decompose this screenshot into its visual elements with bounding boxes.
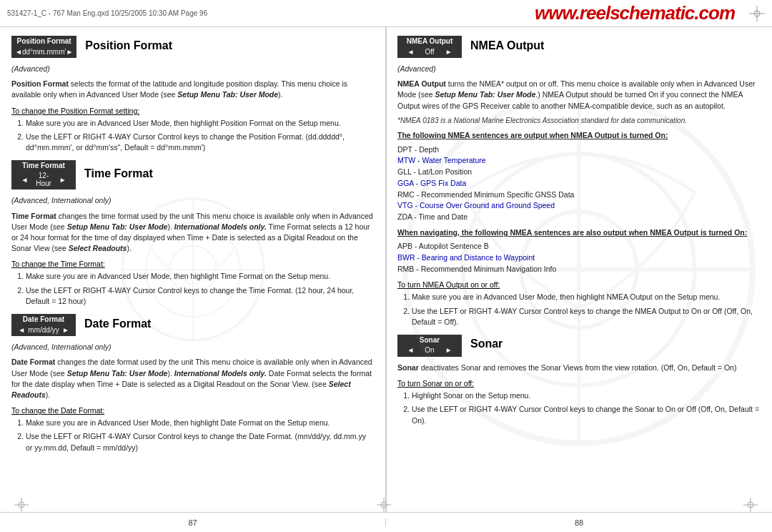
list-item: Make sure you are in Advanced User Mode,…: [26, 118, 374, 129]
sonar-section: Sonar ◄ On ► Sonar Sonar deactivates Son…: [397, 335, 761, 426]
crosshair-bottom-right: [743, 498, 758, 512]
nmea-output-desc: NMEA Output turns the NMEA* output on or…: [397, 79, 761, 112]
nmea-navigating-heading: When navigating, the following NMEA sent…: [397, 227, 761, 238]
sonar-value: On: [420, 346, 440, 354]
sonar-menu-box: Sonar ◄ On ► Sonar: [397, 335, 761, 357]
arrow-left-icon: ◄: [401, 48, 420, 56]
sonar-desc: Sonar deactivates Sonar and removes the …: [397, 363, 761, 373]
list-item: GGA - GPS Fix Data: [397, 178, 761, 189]
list-item: Use the LEFT or RIGHT 4-WAY Cursor Contr…: [26, 431, 374, 453]
sonar-widget: Sonar ◄ On ►: [397, 335, 462, 357]
nmea-output-widget-value[interactable]: ◄ Off ►: [398, 46, 461, 57]
arrow-left-icon: ◄: [401, 346, 420, 354]
arrow-right-icon: ►: [66, 48, 73, 56]
arrow-left-icon: ◄: [15, 326, 28, 334]
date-format-steps: Make sure you are in Advanced User Mode,…: [26, 418, 374, 453]
position-format-widget-value[interactable]: ◄ dd°mm.mmm' ►: [12, 46, 76, 57]
list-item: DPT - Depth: [397, 144, 761, 156]
list-item: BWR - Bearing and Distance to Waypoint: [397, 252, 761, 264]
nmea-output-widget: NMEA Output ◄ Off ►: [397, 36, 462, 58]
date-format-title: Date Format: [84, 317, 151, 330]
page-divider: [386, 27, 387, 512]
position-format-menu-box: Position Format ◄ dd°mm.mmm' ► Position …: [11, 36, 374, 58]
file-info: 531427-1_C - 767 Man Eng.qxd 10/25/2005 …: [7, 9, 535, 17]
right-page-number: 88: [386, 518, 772, 527]
position-format-value: dd°mm.mmm': [22, 48, 66, 56]
time-format-subtitle: (Advanced, International only): [11, 195, 374, 206]
time-format-menu-box: Time Format ◄ 12-Hour ► Time Format: [11, 160, 374, 189]
date-format-value: mm/dd/yy: [28, 326, 59, 334]
list-item: Highlight Sonar on the Setup menu.: [412, 390, 761, 401]
arrow-right-icon: ►: [439, 48, 458, 56]
nmea-steps: Make sure you are in Advanced User Mode,…: [412, 292, 761, 327]
nmea-on-heading: The following NMEA sentences are output …: [397, 130, 761, 141]
date-format-desc: Date Format changes the date format used…: [11, 357, 374, 400]
nmea-output-menu-box: NMEA Output ◄ Off ► NMEA Output: [397, 36, 761, 58]
list-item: VTG - Course Over Ground and Ground Spee…: [397, 200, 761, 212]
arrow-right-icon: ►: [59, 326, 72, 334]
list-item: Use the LEFT or RIGHT 4-WAY Cursor Contr…: [412, 306, 761, 327]
time-format-change-heading: To change the Time Format:: [11, 260, 374, 268]
time-format-title: Time Format: [84, 167, 153, 180]
nmea-change-heading: To turn NMEA Output on or off:: [397, 280, 761, 289]
arrow-right-icon: ►: [439, 346, 458, 354]
crosshair-bottom-center: [377, 498, 391, 512]
position-format-widget-title: Position Format: [12, 36, 76, 46]
arrow-left-icon: ◄: [15, 48, 22, 56]
right-page: NMEA Output ◄ Off ► NMEA Output (Advance…: [386, 27, 772, 512]
date-format-section: Date Format ◄ mm/dd/yy ► Date Format (Ad…: [11, 314, 374, 453]
crosshair-bottom-left: [14, 498, 29, 512]
list-item: Use the LEFT or RIGHT 4-WAY Cursor Contr…: [26, 132, 374, 153]
list-item: RMB - Recommended Minimum Navigation Inf…: [397, 264, 761, 275]
position-format-steps: Make sure you are in Advanced User Mode,…: [26, 118, 374, 154]
left-page: Position Format ◄ dd°mm.mmm' ► Position …: [0, 27, 386, 512]
time-format-value: 12-Hour: [34, 172, 54, 187]
sonar-widget-value[interactable]: ◄ On ►: [398, 345, 461, 356]
position-format-change-heading: To change the Position Format setting:: [11, 107, 374, 115]
nmea-output-value: Off: [420, 48, 440, 56]
site-logo: www.reelschematic.com: [535, 2, 735, 24]
time-format-desc: Time Format changes the time format used…: [11, 211, 374, 255]
list-item: MTW - Water Temperature: [397, 155, 761, 167]
sonar-change-heading: To turn Sonar on or off:: [397, 379, 761, 388]
nmea-output-title: NMEA Output: [470, 39, 544, 52]
nmea-output-section: NMEA Output ◄ Off ► NMEA Output (Advance…: [397, 36, 761, 327]
list-item: Make sure you are in Advanced User Mode,…: [26, 271, 374, 282]
date-format-widget: Date Format ◄ mm/dd/yy ►: [11, 314, 76, 336]
position-format-desc: Position Format selects the format of th…: [11, 79, 374, 100]
sonar-title: Sonar: [470, 338, 503, 350]
list-item: Make sure you are in Advanced User Mode,…: [26, 418, 374, 428]
sonar-widget-title: Sonar: [398, 335, 461, 345]
time-format-widget: Time Format ◄ 12-Hour ►: [11, 160, 76, 189]
position-format-title: Position Format: [85, 39, 172, 52]
nmea-output-subtitle: (Advanced): [397, 64, 761, 74]
nmea-output-widget-title: NMEA Output: [398, 36, 461, 46]
time-format-widget-title: Time Format: [12, 161, 75, 170]
date-format-subtitle: (Advanced, International only): [11, 342, 374, 353]
arrow-right-icon: ►: [53, 176, 72, 184]
time-format-steps: Make sure you are in Advanced User Mode,…: [26, 271, 374, 307]
crosshair-icon: [749, 6, 765, 21]
arrow-left-icon: ◄: [15, 176, 34, 184]
list-item: RMC - Recommended Minimum Specific GNSS …: [397, 189, 761, 201]
page-footer: 87 88: [0, 512, 772, 532]
page-header: 531427-1_C - 767 Man Eng.qxd 10/25/2005 …: [0, 0, 772, 27]
time-format-section: Time Format ◄ 12-Hour ► Time Format (Adv…: [11, 160, 374, 307]
position-format-section: Position Format ◄ dd°mm.mmm' ► Position …: [11, 36, 374, 153]
list-item: Make sure you are in Advanced User Mode,…: [412, 292, 761, 302]
time-format-widget-value[interactable]: ◄ 12-Hour ►: [12, 170, 75, 189]
position-format-widget: Position Format ◄ dd°mm.mmm' ►: [11, 36, 76, 58]
list-item: APB - Autopilot Sentence B: [397, 241, 761, 252]
nmea-nav-list: APB - Autopilot Sentence B BWR - Bearing…: [397, 241, 761, 275]
list-item: GLL - Lat/Lon Position: [397, 167, 761, 178]
date-format-change-heading: To change the Date Format:: [11, 406, 374, 415]
position-format-subtitle: (Advanced): [11, 64, 374, 74]
nmea-on-list: DPT - Depth MTW - Water Temperature GLL …: [397, 144, 761, 223]
date-format-widget-value[interactable]: ◄ mm/dd/yy ►: [12, 324, 75, 335]
nmea-note: *NMEA 0183 is a National Marine Electron…: [397, 116, 761, 127]
list-item: Use the LEFT or RIGHT 4-WAY Cursor Contr…: [26, 285, 374, 307]
list-item: ZDA - Time and Date: [397, 212, 761, 223]
sonar-steps: Highlight Sonar on the Setup menu. Use t…: [412, 390, 761, 426]
list-item: Use the LEFT or RIGHT 4-WAY Cursor Contr…: [412, 404, 761, 425]
date-format-menu-box: Date Format ◄ mm/dd/yy ► Date Format: [11, 314, 374, 336]
